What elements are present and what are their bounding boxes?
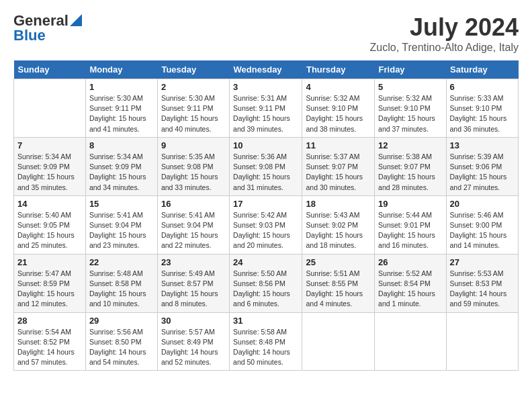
calendar-cell: 3Sunrise: 5:31 AMSunset: 9:11 PMDaylight… xyxy=(230,79,302,138)
day-number: 5 xyxy=(378,82,442,92)
day-info: Sunrise: 5:57 AMSunset: 8:49 PMDaylight:… xyxy=(161,327,226,368)
day-info: Sunrise: 5:53 AMSunset: 8:53 PMDaylight:… xyxy=(450,269,515,310)
day-number: 24 xyxy=(233,257,298,267)
month-title: July 2024 xyxy=(370,13,519,42)
calendar-cell: 16Sunrise: 5:41 AMSunset: 9:04 PMDayligh… xyxy=(157,195,229,254)
day-info: Sunrise: 5:37 AMSunset: 9:07 PMDaylight:… xyxy=(306,152,371,193)
day-number: 10 xyxy=(233,140,298,150)
calendar-cell: 17Sunrise: 5:42 AMSunset: 9:03 PMDayligh… xyxy=(230,195,302,254)
day-number: 8 xyxy=(89,140,154,150)
day-number: 9 xyxy=(161,140,226,150)
day-info: Sunrise: 5:40 AMSunset: 9:05 PMDaylight:… xyxy=(17,210,82,251)
logo-triangle-icon xyxy=(70,14,82,26)
calendar-cell: 31Sunrise: 5:58 AMSunset: 8:48 PMDayligh… xyxy=(230,312,302,371)
day-number: 7 xyxy=(17,140,82,150)
calendar-cell: 14Sunrise: 5:40 AMSunset: 9:05 PMDayligh… xyxy=(14,195,86,254)
calendar-cell: 7Sunrise: 5:34 AMSunset: 9:09 PMDaylight… xyxy=(14,137,86,195)
day-number: 22 xyxy=(89,257,154,267)
day-header-sunday: Sunday xyxy=(14,60,86,79)
calendar-cell: 27Sunrise: 5:53 AMSunset: 8:53 PMDayligh… xyxy=(446,254,518,312)
day-info: Sunrise: 5:44 AMSunset: 9:01 PMDaylight:… xyxy=(378,210,442,251)
calendar-cell: 26Sunrise: 5:52 AMSunset: 8:54 PMDayligh… xyxy=(375,254,446,312)
day-number: 30 xyxy=(161,316,226,326)
svg-marker-0 xyxy=(70,14,82,26)
calendar-table: SundayMondayTuesdayWednesdayThursdayFrid… xyxy=(13,60,519,371)
calendar-cell: 6Sunrise: 5:33 AMSunset: 9:10 PMDaylight… xyxy=(446,79,518,138)
day-info: Sunrise: 5:58 AMSunset: 8:48 PMDaylight:… xyxy=(233,327,298,368)
day-info: Sunrise: 5:30 AMSunset: 9:11 PMDaylight:… xyxy=(161,93,226,134)
day-number: 17 xyxy=(233,199,298,209)
header-row: SundayMondayTuesdayWednesdayThursdayFrid… xyxy=(14,60,519,79)
day-number: 18 xyxy=(306,199,371,209)
calendar-row-1: 7Sunrise: 5:34 AMSunset: 9:09 PMDaylight… xyxy=(14,137,519,195)
logo: General Blue xyxy=(13,13,82,43)
day-info: Sunrise: 5:31 AMSunset: 9:11 PMDaylight:… xyxy=(233,93,298,134)
day-number: 20 xyxy=(450,199,515,209)
day-info: Sunrise: 5:33 AMSunset: 9:10 PMDaylight:… xyxy=(450,93,515,134)
day-number: 21 xyxy=(17,257,82,267)
day-info: Sunrise: 5:49 AMSunset: 8:57 PMDaylight:… xyxy=(161,269,226,310)
day-info: Sunrise: 5:30 AMSunset: 9:11 PMDaylight:… xyxy=(89,93,154,134)
day-info: Sunrise: 5:56 AMSunset: 8:50 PMDaylight:… xyxy=(89,327,154,368)
day-info: Sunrise: 5:50 AMSunset: 8:56 PMDaylight:… xyxy=(233,269,298,310)
day-info: Sunrise: 5:34 AMSunset: 9:09 PMDaylight:… xyxy=(17,152,82,193)
day-info: Sunrise: 5:39 AMSunset: 9:06 PMDaylight:… xyxy=(450,152,515,193)
day-number: 31 xyxy=(233,316,298,326)
day-number: 2 xyxy=(161,82,226,92)
calendar-cell: 23Sunrise: 5:49 AMSunset: 8:57 PMDayligh… xyxy=(157,254,229,312)
day-number: 29 xyxy=(89,316,154,326)
calendar-cell xyxy=(302,312,375,371)
day-number: 26 xyxy=(378,257,442,267)
day-info: Sunrise: 5:34 AMSunset: 9:09 PMDaylight:… xyxy=(89,152,154,193)
day-header-monday: Monday xyxy=(85,60,157,79)
calendar-cell: 4Sunrise: 5:32 AMSunset: 9:10 PMDaylight… xyxy=(302,79,375,138)
calendar-cell xyxy=(446,312,518,371)
title-block: July 2024 Zuclo, Trentino-Alto Adige, It… xyxy=(370,13,519,54)
calendar-cell: 15Sunrise: 5:41 AMSunset: 9:04 PMDayligh… xyxy=(85,195,157,254)
calendar-cell: 13Sunrise: 5:39 AMSunset: 9:06 PMDayligh… xyxy=(446,137,518,195)
calendar-cell: 1Sunrise: 5:30 AMSunset: 9:11 PMDaylight… xyxy=(85,79,157,138)
day-header-saturday: Saturday xyxy=(446,60,518,79)
day-number: 28 xyxy=(17,316,82,326)
day-header-wednesday: Wednesday xyxy=(230,60,302,79)
day-number: 13 xyxy=(450,140,515,150)
calendar-row-4: 28Sunrise: 5:54 AMSunset: 8:52 PMDayligh… xyxy=(14,312,519,371)
day-info: Sunrise: 5:47 AMSunset: 8:59 PMDaylight:… xyxy=(17,269,82,310)
day-number: 14 xyxy=(17,199,82,209)
calendar-cell: 28Sunrise: 5:54 AMSunset: 8:52 PMDayligh… xyxy=(14,312,86,371)
calendar-cell: 20Sunrise: 5:46 AMSunset: 9:00 PMDayligh… xyxy=(446,195,518,254)
day-info: Sunrise: 5:48 AMSunset: 8:58 PMDaylight:… xyxy=(89,269,154,310)
day-number: 1 xyxy=(89,82,154,92)
location-title: Zuclo, Trentino-Alto Adige, Italy xyxy=(370,42,519,54)
day-number: 16 xyxy=(161,199,226,209)
day-info: Sunrise: 5:43 AMSunset: 9:02 PMDaylight:… xyxy=(306,210,371,251)
day-number: 23 xyxy=(161,257,226,267)
calendar-cell: 10Sunrise: 5:36 AMSunset: 9:08 PMDayligh… xyxy=(230,137,302,195)
day-number: 3 xyxy=(233,82,298,92)
day-info: Sunrise: 5:35 AMSunset: 9:08 PMDaylight:… xyxy=(161,152,226,193)
day-info: Sunrise: 5:32 AMSunset: 9:10 PMDaylight:… xyxy=(306,93,371,134)
day-header-thursday: Thursday xyxy=(302,60,375,79)
day-header-friday: Friday xyxy=(375,60,446,79)
calendar-cell: 25Sunrise: 5:51 AMSunset: 8:55 PMDayligh… xyxy=(302,254,375,312)
day-info: Sunrise: 5:46 AMSunset: 9:00 PMDaylight:… xyxy=(450,210,515,251)
day-number: 12 xyxy=(378,140,442,150)
day-info: Sunrise: 5:51 AMSunset: 8:55 PMDaylight:… xyxy=(306,269,371,310)
day-info: Sunrise: 5:42 AMSunset: 9:03 PMDaylight:… xyxy=(233,210,298,251)
calendar-cell: 29Sunrise: 5:56 AMSunset: 8:50 PMDayligh… xyxy=(85,312,157,371)
logo-blue-text: Blue xyxy=(13,28,46,43)
calendar-row-3: 21Sunrise: 5:47 AMSunset: 8:59 PMDayligh… xyxy=(14,254,519,312)
day-number: 15 xyxy=(89,199,154,209)
calendar-cell: 12Sunrise: 5:38 AMSunset: 9:07 PMDayligh… xyxy=(375,137,446,195)
calendar-cell: 11Sunrise: 5:37 AMSunset: 9:07 PMDayligh… xyxy=(302,137,375,195)
day-info: Sunrise: 5:41 AMSunset: 9:04 PMDaylight:… xyxy=(161,210,226,251)
calendar-row-0: 1Sunrise: 5:30 AMSunset: 9:11 PMDaylight… xyxy=(14,79,519,138)
logo-general-text: General xyxy=(13,13,69,28)
calendar-cell: 19Sunrise: 5:44 AMSunset: 9:01 PMDayligh… xyxy=(375,195,446,254)
calendar-cell: 30Sunrise: 5:57 AMSunset: 8:49 PMDayligh… xyxy=(157,312,229,371)
calendar-cell: 18Sunrise: 5:43 AMSunset: 9:02 PMDayligh… xyxy=(302,195,375,254)
calendar-row-2: 14Sunrise: 5:40 AMSunset: 9:05 PMDayligh… xyxy=(14,195,519,254)
calendar-cell: 22Sunrise: 5:48 AMSunset: 8:58 PMDayligh… xyxy=(85,254,157,312)
calendar-cell: 2Sunrise: 5:30 AMSunset: 9:11 PMDaylight… xyxy=(157,79,229,138)
calendar-cell: 24Sunrise: 5:50 AMSunset: 8:56 PMDayligh… xyxy=(230,254,302,312)
